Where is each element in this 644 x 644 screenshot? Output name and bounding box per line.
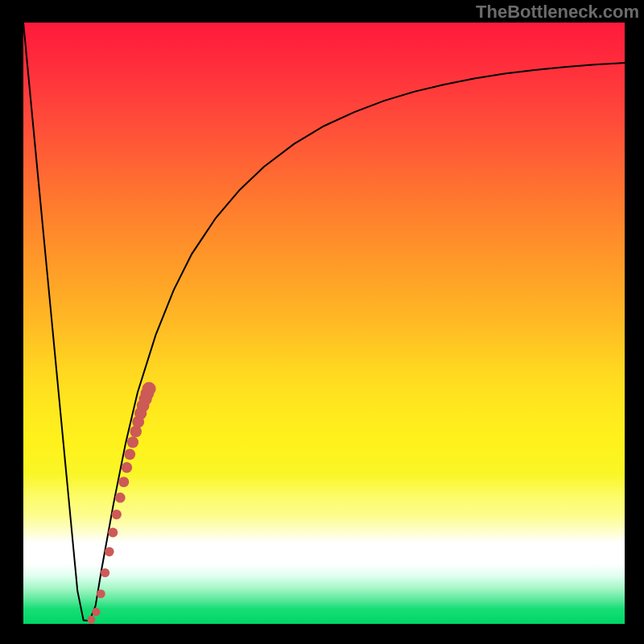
red-marker <box>112 510 122 519</box>
curve-overlay <box>23 23 625 624</box>
red-marker <box>124 448 135 460</box>
red-marker <box>115 493 126 503</box>
red-marker <box>118 477 129 487</box>
red-marker <box>142 382 156 395</box>
watermark-text: TheBottleneck.com <box>476 2 639 23</box>
red-marker <box>87 616 95 624</box>
red-marker <box>122 462 133 473</box>
red-marker <box>105 547 114 557</box>
plot-area <box>23 23 625 624</box>
red-marker <box>127 436 138 448</box>
red-marker <box>101 568 109 577</box>
red-marker-group <box>87 382 155 623</box>
chart-container: TheBottleneck.com <box>0 0 644 644</box>
red-marker <box>97 589 105 598</box>
red-marker <box>92 608 100 616</box>
red-marker <box>108 527 118 537</box>
